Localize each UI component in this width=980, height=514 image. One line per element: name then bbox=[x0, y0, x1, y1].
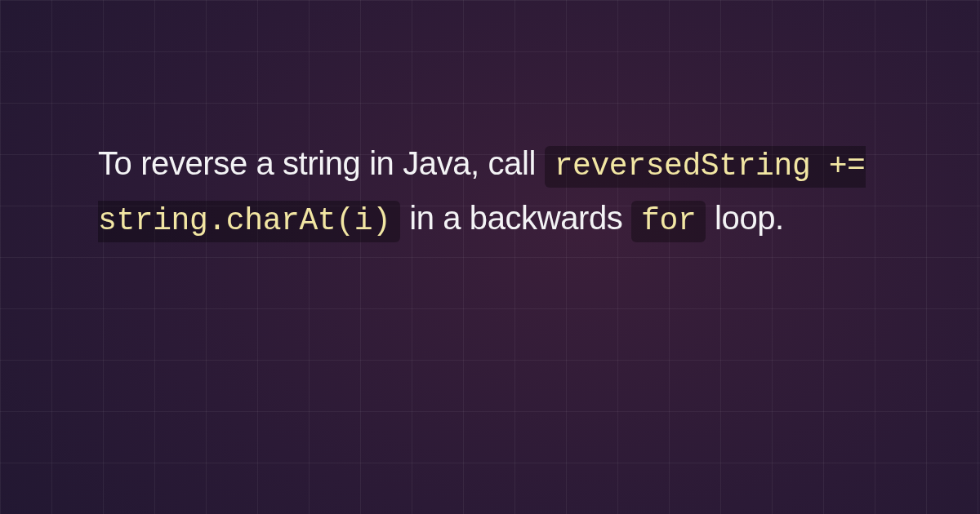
grid-background bbox=[0, 0, 980, 514]
text-segment: To reverse a string in Java, call bbox=[98, 145, 545, 181]
text-segment: in a backwards bbox=[409, 200, 631, 236]
instruction-text: To reverse a string in Java, call revers… bbox=[98, 137, 882, 246]
code-snippet-for: for bbox=[631, 201, 706, 242]
text-segment: loop. bbox=[715, 200, 784, 236]
